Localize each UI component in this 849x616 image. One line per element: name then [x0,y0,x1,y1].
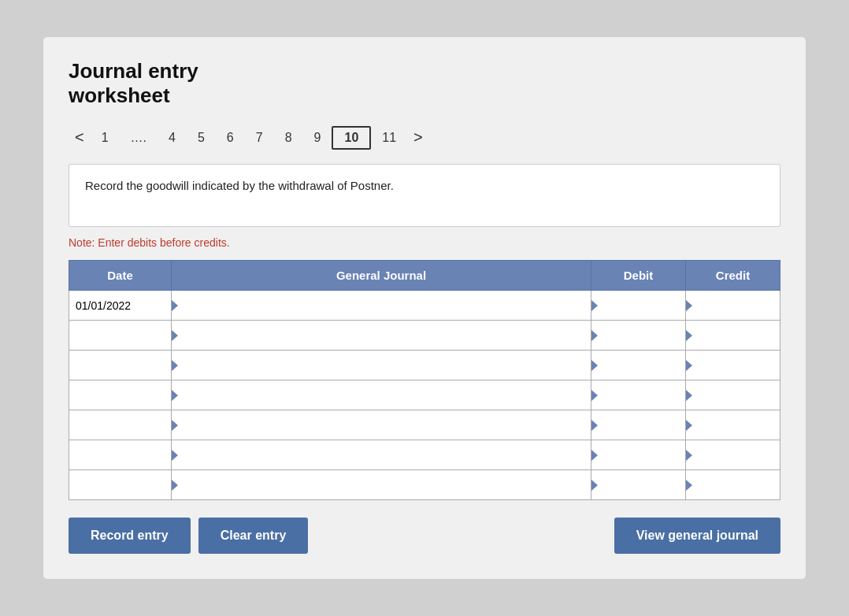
debit-cell [591,470,686,500]
journal-input[interactable] [172,470,591,499]
page-6[interactable]: 6 [216,128,245,148]
debit-cell [591,351,686,380]
table-row [69,470,780,500]
clear-entry-button[interactable]: Clear entry [198,518,309,554]
table-row [69,321,780,351]
credit-cell [686,351,780,380]
page-11[interactable]: 11 [371,128,407,148]
col-journal: General Journal [172,261,591,291]
view-journal-button[interactable]: View general journal [614,518,780,554]
date-cell [69,440,172,470]
page-9[interactable]: 9 [303,128,332,148]
credit-cell [686,321,780,351]
credit-input[interactable] [686,380,780,410]
button-bar: Record entry Clear entry View general jo… [69,518,780,554]
credit-input[interactable] [686,410,780,440]
journal-cell [172,440,591,470]
page-7[interactable]: 7 [245,128,274,148]
page-title: Journal entry worksheet [69,59,780,108]
debit-input[interactable] [591,410,685,440]
journal-input[interactable] [172,321,591,350]
credit-input[interactable] [686,351,780,380]
main-container: Journal entry worksheet < 1 …. 4 5 6 7 8… [43,36,806,580]
debit-input[interactable] [591,380,685,410]
debit-cell [591,410,686,440]
credit-cell [686,380,780,410]
debit-input[interactable] [591,351,685,380]
debit-input[interactable] [591,291,685,320]
page-4[interactable]: 4 [158,128,187,148]
table-row [69,440,780,470]
page-10[interactable]: 10 [332,126,371,150]
debit-input[interactable] [591,440,685,469]
debit-cell [591,321,686,351]
table-row [69,380,780,410]
page-5[interactable]: 5 [187,128,216,148]
record-entry-button[interactable]: Record entry [69,518,191,554]
prev-button[interactable]: < [69,125,91,150]
credit-cell [686,291,780,321]
credit-input[interactable] [686,470,780,499]
date-cell [69,380,172,410]
credit-input[interactable] [686,440,780,469]
credit-input[interactable] [686,321,780,350]
journal-cell [172,291,591,321]
date-cell [69,321,172,351]
credit-cell [686,410,780,440]
note-text: Note: Enter debits before credits. [69,236,780,249]
debit-cell [591,380,686,410]
journal-cell [172,380,591,410]
journal-input[interactable] [172,380,591,410]
date-cell [69,351,172,380]
next-button[interactable]: > [407,125,429,150]
journal-cell [172,410,591,440]
col-date: Date [69,261,172,291]
date-input[interactable] [69,291,171,320]
journal-cell [172,321,591,351]
date-cell [69,410,172,440]
page-1[interactable]: 1 [91,128,120,148]
credit-input[interactable] [686,291,780,320]
journal-input[interactable] [172,440,591,469]
page-8[interactable]: 8 [274,128,303,148]
table-row [69,410,780,440]
instruction-text: Record the goodwill indicated by the wit… [85,179,394,192]
credit-cell [686,440,780,470]
instruction-box: Record the goodwill indicated by the wit… [69,164,780,227]
col-debit: Debit [591,261,686,291]
journal-table: Date General Journal Debit Credit [69,260,780,500]
journal-input[interactable] [172,410,591,440]
journal-cell [172,351,591,380]
page-dots: …. [120,128,158,148]
table-row [69,351,780,380]
pagination: < 1 …. 4 5 6 7 8 9 10 11 > [69,125,780,150]
table-row [69,291,780,321]
debit-cell [591,291,686,321]
journal-input[interactable] [172,351,591,380]
journal-input[interactable] [172,291,591,320]
date-cell [69,470,172,500]
debit-cell [591,440,686,470]
credit-cell [686,470,780,500]
debit-input[interactable] [591,321,685,350]
journal-cell [172,470,591,500]
col-credit: Credit [686,261,780,291]
date-cell [69,291,172,321]
debit-input[interactable] [591,470,685,499]
